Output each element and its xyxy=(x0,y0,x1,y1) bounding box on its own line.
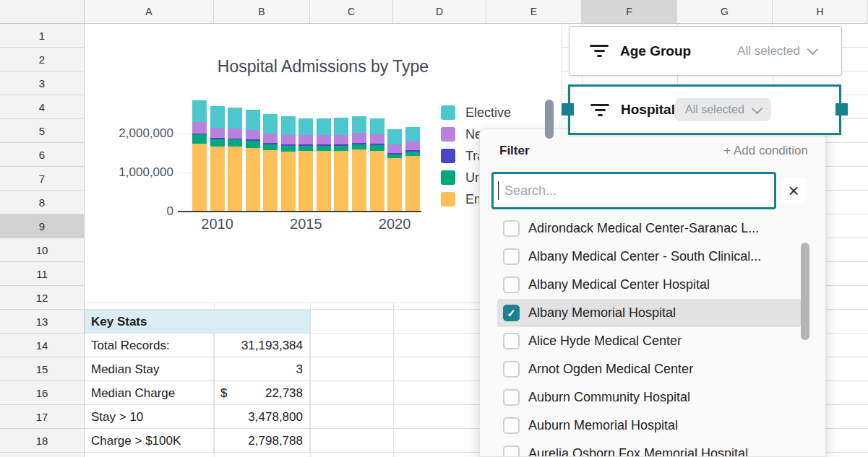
selection-handle-left[interactable] xyxy=(562,103,574,116)
hospital-list-item[interactable]: Alice Hyde Medical Center xyxy=(497,327,801,355)
row-header-19[interactable]: 19 xyxy=(0,453,85,457)
currency-prefix: $ xyxy=(220,386,227,401)
hospital-list-item[interactable]: Auburn Memorial Hospital xyxy=(497,412,801,440)
bar-2015 xyxy=(298,118,313,212)
bar-segment-elective xyxy=(334,118,348,135)
hospital-list-item-label: Aurelia Osborn Fox Memorial Hospital xyxy=(528,446,748,457)
row-header-12[interactable]: 12 xyxy=(0,286,85,310)
bar-segment-emergency xyxy=(210,147,225,211)
legend-label: Elective xyxy=(465,105,511,121)
column-header-E[interactable]: E xyxy=(486,0,582,24)
search-input[interactable] xyxy=(499,183,774,199)
row-header-7[interactable]: 7 xyxy=(0,167,85,191)
row-header-14[interactable]: 14 xyxy=(0,334,85,357)
key-stats-label: Total Records: xyxy=(85,334,214,357)
key-stats-value: 3,478,800 xyxy=(214,405,310,429)
column-header-A[interactable]: A xyxy=(85,0,214,24)
column-header-C[interactable]: C xyxy=(310,0,393,24)
bar-segment-elective xyxy=(405,127,420,141)
key-stats-row: Stay > 103,478,800 xyxy=(85,405,310,429)
hospital-list-item[interactable]: ✓Albany Memorial Hospital xyxy=(497,299,801,327)
checkbox-icon[interactable] xyxy=(503,389,520,406)
key-stats-label: Charge > $100K xyxy=(85,429,214,453)
bar-2018 xyxy=(352,116,366,211)
key-stats-value: $22,738 xyxy=(214,381,310,405)
bar-segment-emergency xyxy=(228,147,242,211)
row-header-8[interactable]: 8 xyxy=(0,191,85,214)
slicer-age-group[interactable]: Age Group All selected xyxy=(569,26,842,76)
bar-segment-urgent xyxy=(246,141,260,148)
column-header-D[interactable]: D xyxy=(393,0,486,24)
checkbox-icon[interactable] xyxy=(503,333,520,349)
row-header-13[interactable]: 13 xyxy=(0,310,85,334)
row-header-6[interactable]: 6 xyxy=(0,143,85,167)
row-header-17[interactable]: 17 xyxy=(0,405,85,429)
slicer-age-group-status[interactable]: All selected xyxy=(737,44,817,58)
row-header-1[interactable]: 1 xyxy=(0,24,85,48)
row-header-16[interactable]: 16 xyxy=(0,381,85,405)
key-stats-value: 31,193,384 xyxy=(214,334,310,357)
column-header-B[interactable]: B xyxy=(214,0,310,24)
hospital-list-item-label: Arnot Ogden Medical Center xyxy=(528,362,693,377)
row-header-11[interactable]: 11 xyxy=(0,262,85,286)
bar-2016 xyxy=(317,118,331,212)
add-condition-button[interactable]: + Add condition xyxy=(723,144,808,158)
legend-swatch xyxy=(441,127,455,142)
slicer-hospital-label: Hospital xyxy=(621,102,675,118)
bar-segment-urgent xyxy=(281,146,296,152)
x-axis-tick: 2010 xyxy=(187,216,248,232)
checkbox-icon[interactable] xyxy=(503,361,520,378)
bar-segment-newborn xyxy=(210,128,225,138)
hospital-list-item[interactable]: Adirondack Medical Center-Saranac L... xyxy=(497,214,801,243)
key-stats-row: Charge > $100K2,798,788 xyxy=(85,429,310,453)
hospital-list-item-label: Albany Memorial Hospital xyxy=(528,305,676,321)
bar-2017 xyxy=(334,118,348,211)
checkbox-icon[interactable] xyxy=(503,445,520,457)
slicer-age-group-label: Age Group xyxy=(620,43,691,59)
slicer-hospital[interactable]: Hospital All selected xyxy=(568,84,841,135)
hospital-list-item[interactable]: Albany Medical Center - South Clinical..… xyxy=(497,243,801,271)
hospital-list-item[interactable]: Albany Medical Center Hospital xyxy=(497,271,801,299)
bar-2019 xyxy=(370,118,384,211)
bar-segment-emergency xyxy=(298,151,313,211)
checkbox-icon[interactable] xyxy=(503,248,520,265)
bar-segment-elective xyxy=(228,108,242,129)
row-header-9[interactable]: 9 xyxy=(0,214,85,238)
row-header-10[interactable]: 10 xyxy=(0,238,85,262)
key-stats-number: 31,193,384 xyxy=(241,339,303,353)
bar-segment-emergency xyxy=(317,151,331,211)
checkbox-icon[interactable] xyxy=(503,417,520,434)
hospital-list-item[interactable]: Aurelia Osborn Fox Memorial Hospital xyxy=(497,440,801,457)
bar-segment-newborn xyxy=(334,135,348,144)
scrollbar-thumb[interactable] xyxy=(545,100,554,139)
row-header-3[interactable]: 3 xyxy=(0,71,85,95)
hospital-list-item[interactable]: Arnot Ogden Medical Center xyxy=(497,355,801,383)
bar-segment-emergency xyxy=(192,144,207,211)
slicer-hospital-status[interactable]: All selected xyxy=(675,98,771,121)
bar-segment-newborn xyxy=(281,135,296,144)
hospital-list-item-label: Albany Medical Center Hospital xyxy=(528,277,710,292)
column-header-F[interactable]: F xyxy=(582,0,677,24)
row-header-2[interactable]: 2 xyxy=(0,48,85,71)
bar-segment-elective xyxy=(370,118,384,134)
bar-segment-elective xyxy=(263,114,278,134)
checkbox-checked-icon[interactable]: ✓ xyxy=(503,305,520,321)
row-header-5[interactable]: 5 xyxy=(0,119,85,143)
bar-segment-elective xyxy=(281,116,296,135)
hospital-list-item[interactable]: Auburn Community Hospital xyxy=(497,383,801,412)
checkbox-icon[interactable] xyxy=(503,220,520,237)
bar-segment-newborn xyxy=(352,133,366,143)
list-scrollbar-thumb[interactable] xyxy=(801,243,809,340)
sheet-corner-cell[interactable] xyxy=(0,0,85,24)
selection-handle-right[interactable] xyxy=(835,103,848,116)
legend-swatch xyxy=(441,192,455,206)
row-header-4[interactable]: 4 xyxy=(0,95,85,119)
row-header-18[interactable]: 18 xyxy=(0,429,85,453)
row-header-15[interactable]: 15 xyxy=(0,357,85,381)
checkbox-icon[interactable] xyxy=(503,277,520,293)
legend-swatch xyxy=(441,105,455,120)
column-header-H[interactable]: H xyxy=(773,0,868,24)
chart-title: Hospital Admissions by Type xyxy=(85,57,562,77)
column-header-G[interactable]: G xyxy=(677,0,773,24)
close-button[interactable]: × xyxy=(781,178,807,204)
